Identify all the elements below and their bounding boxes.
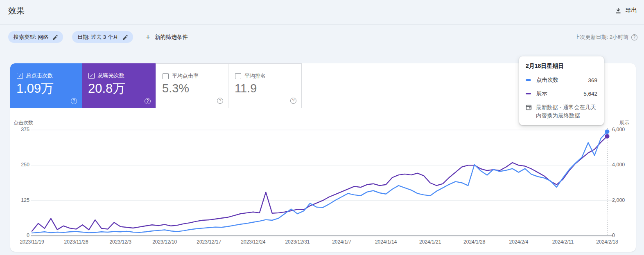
x-axis-tick-label: 2023/12/3 [109,239,131,245]
left-axis-tick-label: 375 [10,127,29,132]
add-filter-button[interactable]: + 新的筛选条件 [146,31,188,43]
search-type-chip-label: 搜索类型: 网络 [14,34,48,41]
clicks-hover-dot [605,130,610,134]
export-button[interactable]: 导出 [615,7,637,14]
header-divider [0,24,644,25]
impressions-hover-dot [605,134,610,139]
x-axis-tick-label: 2024/1/28 [463,239,485,245]
left-axis-tick-label: 0 [10,233,29,238]
tooltip-clicks-value: 369 [588,77,597,83]
x-axis-tick-label: 2023/11/26 [64,239,88,245]
x-axis-tick-label: 2024/1/21 [419,239,441,245]
x-axis-tick-label: 2024/2/4 [509,239,528,245]
tooltip-impressions-label: 展示 [536,90,583,97]
left-axis-tick-label: 250 [10,162,29,168]
x-axis-tick-label: 2023/12/10 [152,239,177,245]
tooltip-fresh-data-note: 最新数据 - 通常会在几天内替换为最终数据 [526,103,597,119]
right-axis-tick-label: 4,000 [612,162,625,168]
download-icon [615,7,621,14]
last-updated-text: 上次更新日期: 2小时前 [575,34,628,41]
x-axis-tick-label: 2023/12/31 [285,239,310,245]
right-axis-tick-label: 6,000 [612,127,625,132]
help-icon[interactable]: ? [631,34,637,40]
x-axis-tick-label: 2023/12/24 [241,239,265,245]
tooltip-clicks-label: 点击次数 [536,76,588,84]
x-axis-tick-label: 2024/1/14 [375,239,397,245]
chart-tooltip: 2月18日星期日 点击次数 369 展示 5,642 最新数据 - 通常会在几天… [519,56,604,125]
impressions-line-series [32,136,607,231]
calendar-icon [526,104,532,110]
tooltip-row-clicks: 点击次数 369 [526,76,597,84]
right-axis-tick-label: 2,000 [612,197,625,203]
tooltip-note-text: 最新数据 - 通常会在几天内替换为最终数据 [536,103,597,119]
export-label: 导出 [625,7,637,14]
add-filter-label: 新的筛选条件 [155,34,188,41]
search-type-filter-chip[interactable]: 搜索类型: 网络 [8,31,63,43]
search-console-performance-page: 效果 导出 搜索类型: 网络 日期: 过去 3 个月 + 新的筛选条件 上次更新… [0,0,644,255]
clicks-series-dash-icon [526,79,531,81]
tooltip-impressions-value: 5,642 [583,91,597,97]
date-chip-label: 日期: 过去 3 个月 [77,34,118,41]
right-axis-tick-label: 0 [612,233,615,238]
x-axis-tick-label: 2024/1/7 [332,239,351,245]
x-axis-tick-label: 2023/12/17 [197,239,221,245]
tooltip-date: 2月18日星期日 [526,63,597,70]
last-updated-status: 上次更新日期: 2小时前 ? [575,34,637,41]
plus-icon: + [146,33,150,41]
edit-pencil-icon[interactable] [122,34,128,40]
page-title: 效果 [8,5,25,16]
left-axis-tick-label: 125 [10,197,29,203]
x-axis-tick-label: 2024/2/18 [596,239,618,245]
date-filter-chip[interactable]: 日期: 过去 3 个月 [72,31,133,43]
edit-pencil-icon[interactable] [52,34,58,40]
x-axis-tick-label: 2024/2/11 [552,239,574,245]
x-axis-tick-label: 2023/11/19 [20,239,44,245]
tooltip-row-impressions: 展示 5,642 [526,90,597,97]
impressions-series-dash-icon [526,93,531,94]
clicks-line-series [32,132,607,233]
